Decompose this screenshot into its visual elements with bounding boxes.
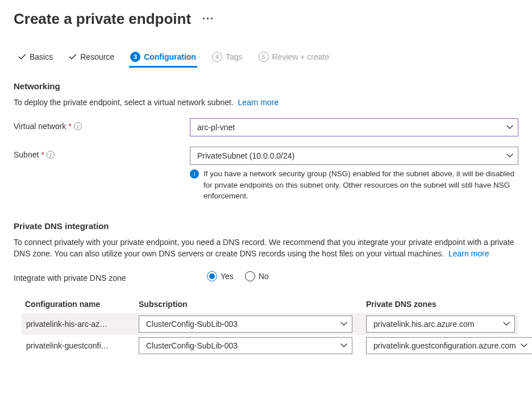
subnet-label: Subnet * i xyxy=(14,147,190,159)
select-value: ClusterConfig-SubLib-003 xyxy=(146,341,238,350)
select-value: ClusterConfig-SubLib-003 xyxy=(146,319,238,329)
select-value: PrivateSubnet (10.0.0.0/24) xyxy=(197,151,294,160)
dns-zone-table: Configuration name Subscription Private … xyxy=(14,295,518,356)
tab-configuration[interactable]: 3 Configuration xyxy=(129,48,197,68)
dns-zone-select[interactable]: privatelink.his.arc.azure.com xyxy=(366,316,515,333)
config-name-cell: privatelink-his-arc-az… xyxy=(25,319,139,329)
chevron-down-icon xyxy=(340,321,347,327)
step-number-icon: 3 xyxy=(130,52,140,62)
tab-basics[interactable]: Basics xyxy=(17,48,54,68)
integrate-dns-no-radio[interactable]: No xyxy=(245,271,269,281)
page-title-text: Create a private endpoint xyxy=(14,10,191,28)
config-name-cell: privatelink-guestconfi… xyxy=(25,341,139,350)
networking-learn-more-link[interactable]: Learn more xyxy=(238,98,279,107)
info-icon[interactable]: i xyxy=(47,151,55,159)
integrate-dns-yes-radio[interactable]: Yes xyxy=(207,271,234,281)
virtual-network-row: Virtual network * i arc-pl-vnet xyxy=(14,118,518,136)
required-indicator: * xyxy=(41,150,44,159)
dns-heading: Private DNS integration xyxy=(14,221,518,231)
integrate-dns-row: Integrate with private DNS zone Yes No xyxy=(14,270,518,283)
info-filled-icon: i xyxy=(190,169,199,179)
dns-zone-select[interactable]: privatelink.guestconfiguration.azure.com xyxy=(366,337,532,354)
tab-label: Configuration xyxy=(144,52,196,61)
tab-label: Resource xyxy=(80,52,114,61)
virtual-network-label: Virtual network * i xyxy=(14,118,190,131)
chevron-down-icon xyxy=(506,124,513,131)
dns-learn-more-link[interactable]: Learn more xyxy=(448,249,489,258)
more-actions-button[interactable]: ··· xyxy=(200,12,217,26)
chevron-down-icon xyxy=(521,342,527,349)
column-subscription: Subscription xyxy=(139,300,366,309)
radio-label: No xyxy=(259,272,269,281)
step-number-icon: 4 xyxy=(212,52,222,62)
tab-review-create[interactable]: 5 Review + create xyxy=(257,48,331,68)
check-icon xyxy=(69,53,77,61)
info-icon[interactable]: i xyxy=(74,122,82,130)
table-row: privatelink-his-arc-az… ClusterConfig-Su… xyxy=(22,313,518,335)
dns-description: To connect privately with your private e… xyxy=(14,236,518,260)
select-value: arc-pl-vnet xyxy=(197,123,235,132)
radio-dot-icon xyxy=(207,271,217,281)
radio-dot-icon xyxy=(245,271,255,281)
subnet-select[interactable]: PrivateSubnet (10.0.0.0/24) xyxy=(190,147,518,165)
subscription-select[interactable]: ClusterConfig-SubLib-003 xyxy=(139,316,352,333)
subnet-row: Subnet * i PrivateSubnet (10.0.0.0/24) i… xyxy=(14,147,518,202)
chevron-down-icon xyxy=(503,321,510,327)
networking-heading: Networking xyxy=(14,81,518,91)
select-value: privatelink.guestconfiguration.azure.com xyxy=(373,341,516,350)
subscription-select[interactable]: ClusterConfig-SubLib-003 xyxy=(139,337,352,354)
integrate-dns-label: Integrate with private DNS zone xyxy=(14,270,207,283)
page-title: Create a private endpoint ··· xyxy=(14,10,518,28)
select-value: privatelink.his.arc.azure.com xyxy=(373,319,474,329)
subnet-nsg-hint: i If you have a network security group (… xyxy=(190,168,518,202)
virtual-network-select[interactable]: arc-pl-vnet xyxy=(190,118,518,136)
radio-label: Yes xyxy=(221,272,234,281)
chevron-down-icon xyxy=(506,152,513,159)
tab-label: Review + create xyxy=(272,52,330,61)
tab-tags[interactable]: 4 Tags xyxy=(211,48,244,68)
dns-table-header: Configuration name Subscription Private … xyxy=(22,295,518,313)
required-indicator: * xyxy=(68,122,71,131)
wizard-tabs: Basics Resource 3 Configuration 4 Tags 5… xyxy=(14,48,518,68)
integrate-dns-radio-group: Yes No xyxy=(207,271,269,281)
column-config-name: Configuration name xyxy=(25,300,139,309)
check-icon xyxy=(18,53,26,61)
table-row: privatelink-guestconfi… ClusterConfig-Su… xyxy=(22,335,518,356)
step-number-icon: 5 xyxy=(259,52,269,62)
tab-resource[interactable]: Resource xyxy=(68,48,115,68)
column-private-dns-zones: Private DNS zones xyxy=(366,300,515,309)
networking-description: To deploy the private endpoint, select a… xyxy=(14,97,518,108)
tab-label: Basics xyxy=(30,52,53,61)
chevron-down-icon xyxy=(340,342,347,349)
tab-label: Tags xyxy=(226,52,243,61)
